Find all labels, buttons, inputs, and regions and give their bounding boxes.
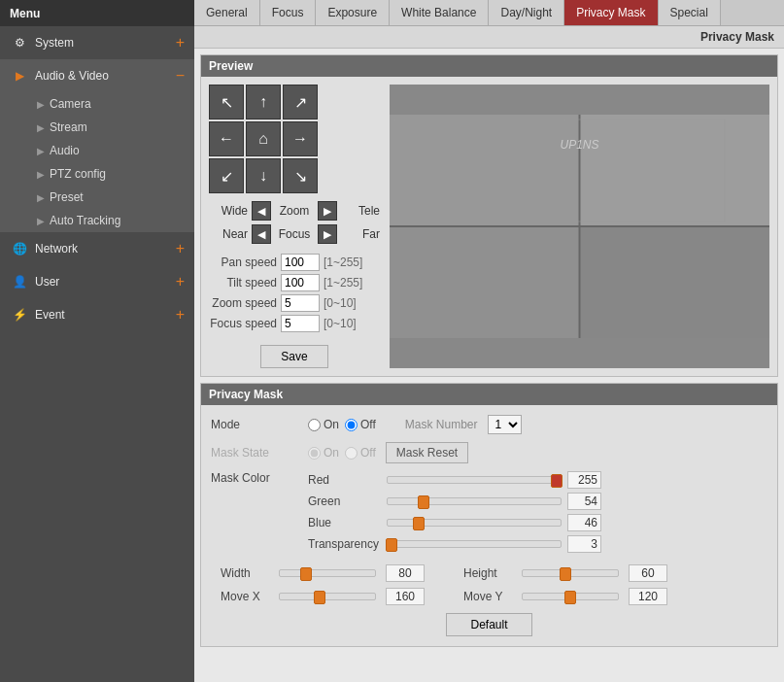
sidebar-item-user[interactable]: 👤 User +: [0, 265, 194, 298]
ptz-down-right[interactable]: ↘: [283, 158, 318, 193]
mask-state-label: Mask State: [211, 446, 298, 460]
focus-speed-range: [0~10]: [324, 317, 357, 330]
page-title: Privacy Mask: [194, 26, 784, 49]
state-off-radio[interactable]: [345, 447, 358, 460]
sidebar-item-system[interactable]: ⚙ System +: [0, 26, 194, 59]
state-off-label[interactable]: Off: [345, 446, 376, 460]
tab-special[interactable]: Special: [659, 0, 721, 25]
tilt-speed-label: Tilt speed: [209, 276, 277, 290]
sidebar-item-audio-video[interactable]: ▶ Audio & Video −: [0, 59, 194, 92]
red-slider-track[interactable]: [387, 476, 562, 484]
focus-speed-input[interactable]: [281, 315, 320, 332]
ptz-down[interactable]: ↓: [246, 158, 281, 193]
mode-on-label[interactable]: On: [308, 418, 339, 431]
ptz-up-left[interactable]: ↖: [209, 85, 244, 119]
mask-reset-button[interactable]: Mask Reset: [386, 442, 468, 463]
sidebar-item-ptz-config[interactable]: ▶ PTZ config: [27, 162, 194, 186]
submenu-label: Stream: [50, 120, 87, 134]
width-thumb[interactable]: [300, 567, 312, 581]
green-slider-thumb[interactable]: [418, 495, 429, 509]
mode-label: Mode: [211, 418, 298, 431]
mode-radio-group: On Off: [308, 418, 376, 431]
color-sliders: Red 255 Green 54: [308, 471, 601, 557]
pan-speed-input[interactable]: [281, 254, 320, 271]
focus-speed-label: Focus speed: [209, 317, 277, 330]
far-label: Far: [341, 227, 380, 241]
sidebar-item-stream[interactable]: ▶ Stream: [27, 116, 194, 139]
transparency-slider-thumb[interactable]: [386, 538, 397, 552]
sidebar-title: Menu: [10, 7, 40, 20]
tilt-speed-range: [1~255]: [324, 276, 362, 290]
ptz-left[interactable]: ←: [209, 121, 244, 156]
svg-rect-1: [390, 115, 580, 226]
move-y-thumb[interactable]: [564, 591, 576, 604]
privacy-mask-content: Mode On Off Mask Number 1234: [201, 405, 777, 646]
zoom-speed-label: Zoom speed: [209, 296, 277, 310]
sidebar-item-audio[interactable]: ▶ Audio: [27, 139, 194, 162]
privacy-mask-section: Privacy Mask Mode On Off Mask Number: [200, 383, 778, 647]
zoom-decrease-btn[interactable]: ◀: [252, 201, 271, 221]
expand-icon: +: [176, 240, 185, 257]
blue-slider-track[interactable]: [387, 519, 562, 527]
sidebar-item-label: Network: [35, 242, 78, 256]
sidebar-header: Menu: [0, 0, 194, 26]
mode-off-radio[interactable]: [345, 419, 358, 431]
sidebar-submenu-audio-video: ▶ Camera ▶ Stream ▶ Audio ▶ PTZ config ▶…: [0, 92, 194, 232]
tab-day-night[interactable]: Day/Night: [489, 0, 564, 25]
save-button[interactable]: Save: [260, 345, 327, 368]
height-thumb[interactable]: [560, 567, 571, 581]
submenu-label: Camera: [50, 97, 91, 111]
pan-speed-row: Pan speed [1~255]: [209, 254, 380, 271]
svg-text:UP1NS: UP1NS: [560, 138, 598, 152]
move-x-value: 160: [386, 588, 425, 605]
preview-section: Preview ↖ ↑ ↗ ← ⌂ → ↙ ↓ ↘ Wide: [200, 54, 778, 377]
state-radio-group: On Off: [308, 446, 376, 460]
sidebar-item-label: Audio & Video: [35, 69, 109, 83]
state-on-label[interactable]: On: [308, 446, 339, 460]
red-slider-thumb[interactable]: [551, 474, 562, 488]
mask-number-select[interactable]: 1234: [488, 415, 522, 434]
focus-increase-btn[interactable]: ▶: [318, 224, 337, 244]
ptz-down-left[interactable]: ↙: [209, 158, 244, 193]
tab-bar: General Focus Exposure White Balance Day…: [194, 0, 784, 26]
ptz-up[interactable]: ↑: [246, 85, 281, 119]
tab-focus[interactable]: Focus: [260, 0, 317, 25]
red-label: Red: [308, 473, 381, 487]
sidebar-item-camera[interactable]: ▶ Camera: [27, 92, 194, 116]
camera-image: UP1NS: [390, 115, 769, 338]
mode-on-radio[interactable]: [308, 419, 321, 431]
tab-privacy-mask[interactable]: Privacy Mask: [564, 0, 658, 25]
sidebar-item-network[interactable]: 🌐 Network +: [0, 232, 194, 265]
tab-exposure[interactable]: Exposure: [316, 0, 390, 25]
width-value: 80: [386, 564, 425, 582]
mode-off-label[interactable]: Off: [345, 418, 376, 431]
zoom-increase-btn[interactable]: ▶: [318, 201, 337, 221]
tilt-speed-input[interactable]: [281, 274, 320, 291]
zoom-label: Zoom: [275, 204, 314, 218]
ptz-right[interactable]: →: [283, 121, 318, 156]
speed-table: Pan speed [1~255] Tilt speed [1~255] Zoo…: [209, 254, 380, 335]
focus-decrease-btn[interactable]: ◀: [252, 224, 271, 244]
width-slider[interactable]: [279, 569, 376, 577]
green-slider-track[interactable]: [387, 497, 562, 505]
ptz-area: ↖ ↑ ↗ ← ⌂ → ↙ ↓ ↘ Wide ◀ Zoom ▶ Tele: [209, 85, 380, 368]
blue-slider-thumb[interactable]: [413, 517, 425, 530]
zoom-speed-input[interactable]: [281, 294, 320, 312]
move-y-slider[interactable]: [522, 593, 619, 600]
move-x-slider[interactable]: [279, 593, 376, 600]
move-x-thumb[interactable]: [314, 591, 325, 604]
width-label: Width: [221, 566, 269, 580]
preview-content: ↖ ↑ ↗ ← ⌂ → ↙ ↓ ↘ Wide ◀ Zoom ▶ Tele: [201, 77, 777, 376]
tab-white-balance[interactable]: White Balance: [390, 0, 489, 25]
transparency-slider-track[interactable]: [387, 540, 562, 548]
state-on-radio[interactable]: [308, 447, 321, 460]
sidebar-item-event[interactable]: ⚡ Event +: [0, 298, 194, 331]
sidebar-item-auto-tracking[interactable]: ▶ Auto Tracking: [27, 209, 194, 232]
ptz-up-right[interactable]: ↗: [283, 85, 318, 119]
height-slider[interactable]: [522, 569, 619, 577]
default-button[interactable]: Default: [446, 613, 531, 636]
tab-general[interactable]: General: [194, 0, 260, 25]
blue-row: Blue 46: [308, 514, 601, 531]
sidebar-item-preset[interactable]: ▶ Preset: [27, 186, 194, 209]
ptz-home[interactable]: ⌂: [246, 121, 281, 156]
